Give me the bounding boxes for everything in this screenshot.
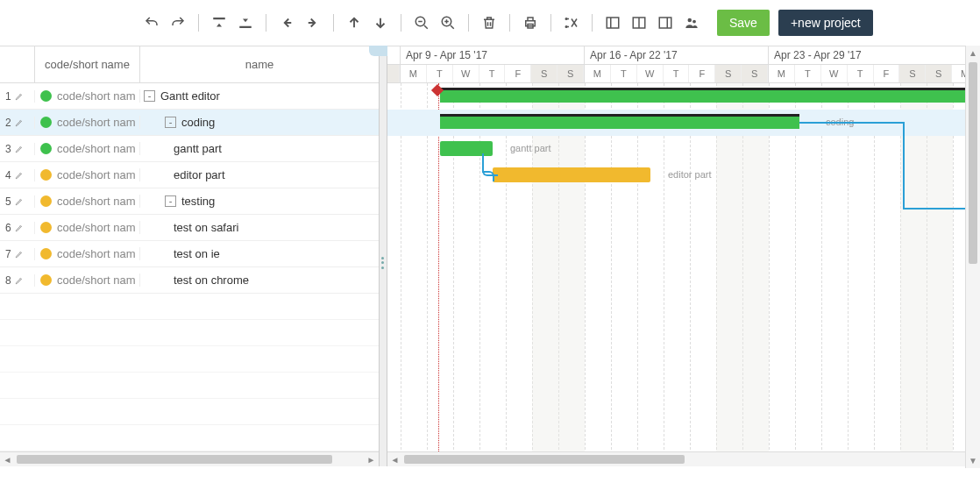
day-header: M <box>401 65 427 82</box>
table-row[interactable]: 2code/short nam-coding <box>0 110 379 136</box>
gantt-row[interactable]: gantt part <box>387 136 980 162</box>
new-project-button[interactable]: +new project <box>778 10 873 36</box>
resources-icon[interactable] <box>680 11 703 34</box>
gantt-row[interactable] <box>387 241 980 267</box>
code-cell[interactable]: code/short nam <box>35 142 140 155</box>
table-row[interactable]: 4code/short nameditor part <box>0 162 379 188</box>
outdent-icon[interactable] <box>275 11 298 34</box>
gantt-horizontal-scrollbar[interactable]: ◄ ► <box>387 451 980 466</box>
critical-path-icon[interactable] <box>560 11 583 34</box>
week-label: Apr 16 - Apr 22 '17 <box>585 46 768 65</box>
name-cell[interactable]: -Gantt editor <box>140 89 379 103</box>
expand-toggle-icon[interactable]: - <box>144 90 155 102</box>
code-text: code/short nam <box>57 195 136 208</box>
gantt-bar[interactable] <box>493 167 650 182</box>
day-header: T <box>611 65 637 82</box>
svg-point-15 <box>692 20 696 24</box>
code-text: code/short nam <box>57 89 136 103</box>
name-cell[interactable]: editor part <box>140 168 379 181</box>
move-up-icon[interactable] <box>343 11 366 34</box>
scroll-up-icon[interactable]: ▲ <box>966 46 981 60</box>
left-horizontal-scrollbar[interactable]: ◄ ► <box>0 451 379 466</box>
table-row[interactable]: 8code/short namtest on chrome <box>0 267 379 294</box>
insert-above-icon[interactable] <box>208 11 231 34</box>
day-header: T <box>848 65 874 82</box>
code-text: code/short nam <box>57 247 136 260</box>
code-cell[interactable]: code/short nam <box>35 168 140 181</box>
scroll-thumb[interactable] <box>969 62 977 264</box>
edit-icon[interactable] <box>15 224 24 232</box>
zoom-out-icon[interactable] <box>410 11 433 34</box>
gantt-row[interactable] <box>387 83 980 110</box>
view-right-icon[interactable] <box>654 11 677 34</box>
table-row[interactable]: 3code/short namgantt part <box>0 136 379 162</box>
edit-icon[interactable] <box>15 145 24 153</box>
edit-icon[interactable] <box>15 250 24 259</box>
edit-icon[interactable] <box>15 118 24 127</box>
code-cell[interactable]: code/short nam <box>35 221 140 234</box>
code-cell[interactable]: code/short nam <box>35 116 140 129</box>
expand-toggle-icon[interactable]: - <box>165 117 176 128</box>
move-down-icon[interactable] <box>369 11 392 34</box>
gantt-bar-parent[interactable] <box>440 90 975 103</box>
gantt-bar-parent[interactable] <box>440 117 799 129</box>
gantt-row[interactable] <box>387 215 980 241</box>
status-dot <box>40 195 52 207</box>
panel-splitter[interactable] <box>379 46 387 466</box>
view-split-icon[interactable] <box>628 11 650 34</box>
gantt-row[interactable] <box>387 267 980 294</box>
code-cell[interactable]: code/short nam <box>35 247 140 260</box>
day-header: M <box>769 65 795 82</box>
scroll-right-icon[interactable]: ► <box>364 452 379 467</box>
scroll-thumb[interactable] <box>404 455 685 464</box>
row-index: 5 <box>0 195 35 208</box>
insert-below-icon[interactable] <box>234 11 257 34</box>
week-label: Apr 23 - Apr 29 '17 <box>769 46 978 65</box>
gantt-body[interactable]: codinggantt parteditor part <box>387 83 980 466</box>
vertical-scrollbar[interactable]: ▲ ▼ <box>965 46 980 468</box>
week-label: Apr 9 - Apr 15 '17 <box>401 46 584 65</box>
status-dot <box>40 274 52 286</box>
save-button[interactable]: Save <box>717 10 770 36</box>
delete-icon[interactable] <box>478 11 501 34</box>
print-icon[interactable] <box>519 11 542 34</box>
code-cell[interactable]: code/short nam <box>35 273 140 287</box>
svg-rect-12 <box>659 18 671 28</box>
task-name: coding <box>181 116 215 129</box>
edit-icon[interactable] <box>15 92 24 101</box>
name-cell[interactable]: gantt part <box>140 142 379 155</box>
separator <box>198 14 199 32</box>
name-cell[interactable]: test on chrome <box>140 273 379 287</box>
scroll-thumb[interactable] <box>17 455 332 464</box>
name-cell[interactable]: -coding <box>140 116 379 129</box>
toolbar: Save +new project <box>0 0 980 46</box>
day-header: S <box>531 65 557 82</box>
zoom-in-icon[interactable] <box>437 11 459 34</box>
table-row[interactable]: 7code/short namtest on ie <box>0 241 379 267</box>
scroll-left-icon[interactable]: ◄ <box>0 452 15 467</box>
scroll-down-icon[interactable]: ▼ <box>966 453 981 468</box>
gantt-row[interactable]: editor part <box>387 162 980 188</box>
name-cell[interactable]: -testing <box>140 195 379 208</box>
view-left-icon[interactable] <box>601 11 624 34</box>
expand-toggle-icon[interactable]: - <box>165 195 176 207</box>
edit-icon[interactable] <box>15 171 24 180</box>
edit-icon[interactable] <box>15 276 24 285</box>
undo-icon[interactable] <box>140 11 163 34</box>
status-dot <box>40 222 52 233</box>
gantt-row[interactable] <box>387 188 980 215</box>
name-cell[interactable]: test on ie <box>140 247 379 260</box>
code-cell[interactable]: code/short nam <box>35 195 140 208</box>
code-cell[interactable]: code/short nam <box>35 89 140 103</box>
edit-icon[interactable] <box>15 197 24 206</box>
table-row[interactable]: 5code/short nam-testing <box>0 188 379 215</box>
indent-icon[interactable] <box>302 11 324 34</box>
scroll-left-icon[interactable]: ◄ <box>387 452 402 467</box>
task-name: gantt part <box>174 142 222 155</box>
name-cell[interactable]: test on safari <box>140 221 379 234</box>
table-row[interactable]: 1code/short nam-Gantt editor <box>0 83 379 110</box>
redo-icon[interactable] <box>167 11 189 34</box>
day-header: T <box>664 65 690 82</box>
day-header: S <box>899 65 926 82</box>
table-row[interactable]: 6code/short namtest on safari <box>0 215 379 241</box>
